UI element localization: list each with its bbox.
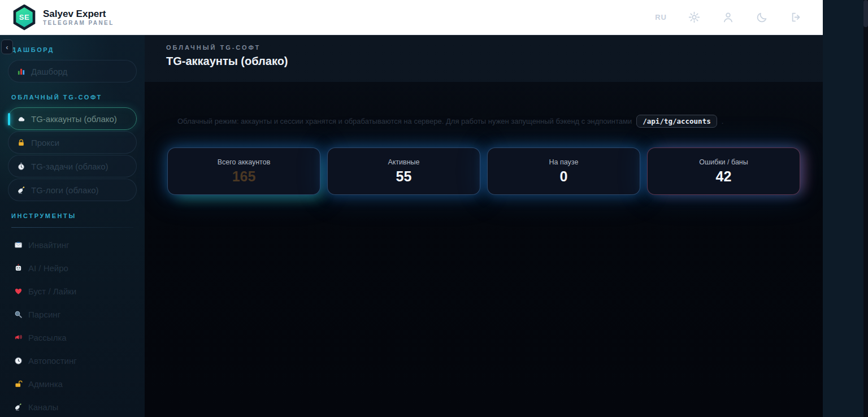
sidebar-item-label: Дашборд [31, 67, 67, 76]
brand-subtitle: TELEGRAM PANEL [43, 20, 114, 26]
sidebar-item[interactable]: AI / Нейро [0, 257, 145, 280]
megaphone-icon [14, 333, 23, 342]
sidebar-item-label: Буст / Лайки [28, 286, 76, 296]
sidebar-item[interactable]: Рассылка [0, 326, 145, 349]
sidebar-item-label: TG-задачи (облако) [31, 162, 108, 171]
antenna-icon [14, 403, 23, 412]
brand-title: Salyev Expert [43, 8, 114, 20]
main-content: ОБЛАЧНЫЙ TG-СОФТ TG-аккаунты (облако) Об… [145, 35, 823, 417]
sidebar-item[interactable]: Парсинг [0, 303, 145, 326]
sidebar-item[interactable]: Инвайтинг [0, 233, 145, 257]
stats-row: Всего аккаунтов165Активные55На паузе0Оши… [145, 128, 823, 195]
stat-label: Всего аккаунтов [218, 158, 271, 166]
sidebar-item-label: Парсинг [28, 310, 60, 319]
magnifier-icon [14, 310, 23, 319]
description-suffix: . [722, 117, 724, 125]
endpoint-badge: /api/tg/accounts [636, 115, 717, 128]
stat-card: Всего аккаунтов165 [167, 147, 320, 195]
brand-logo-text: SE [19, 13, 29, 21]
stat-card: Ошибки / баны42 [647, 147, 800, 195]
scrollbar-track [863, 0, 868, 417]
sidebar-item-label: Прокси [31, 138, 59, 147]
gear-icon[interactable] [687, 11, 701, 24]
header-actions: RU [655, 11, 802, 24]
sidebar-item[interactable]: TG-логи (облако) [8, 179, 137, 201]
page-head: ОБЛАЧНЫЙ TG-СОФТ TG-аккаунты (облако) [145, 35, 823, 82]
heart-icon [14, 287, 23, 296]
breadcrumb: ОБЛАЧНЫЙ TG-СОФТ [166, 44, 823, 51]
stat-card: На паузе0 [487, 147, 640, 195]
sidebar-collapse-button[interactable]: ‹ [1, 40, 13, 54]
top-header: SE Salyev Expert TELEGRAM PANEL RU [0, 0, 823, 35]
satellite-icon [16, 185, 25, 194]
stat-value: 42 [716, 168, 732, 185]
brand: SE Salyev Expert TELEGRAM PANEL [12, 5, 114, 31]
sidebar-item[interactable]: Автопостинг [0, 349, 145, 372]
brand-logo: SE [12, 5, 36, 31]
sidebar-item[interactable]: Каналы [0, 396, 145, 417]
sidebar-divider [11, 227, 133, 228]
description-text: Облачный режим: аккаунты и сессии хранят… [177, 117, 632, 125]
sidebar-item[interactable]: TG-аккаунты (облако) [8, 107, 137, 130]
sidebar-item[interactable]: Админка [0, 372, 145, 396]
moon-icon[interactable] [755, 11, 769, 24]
stopwatch-icon [16, 162, 25, 171]
sidebar-item-label: Автопостинг [28, 356, 77, 366]
envelope-icon [14, 241, 23, 250]
sidebar-section-label: ОБЛАЧНЫЙ TG-СОФТ [11, 94, 133, 101]
stat-label: Ошибки / баны [699, 158, 748, 166]
sidebar-item-label: TG-аккаунты (облако) [31, 114, 117, 124]
content-panel: Облачный режим: аккаунты и сессии хранят… [145, 82, 823, 417]
description-row: Облачный режим: аккаунты и сессии хранят… [145, 82, 823, 128]
sidebar-item-label: Инвайтинг [28, 240, 70, 250]
robot-icon [14, 264, 23, 273]
sidebar-item-label: TG-логи (облако) [31, 185, 99, 195]
stat-value: 0 [560, 168, 568, 185]
lock-open-icon [14, 380, 23, 389]
stat-label: На паузе [549, 158, 579, 166]
sidebar-item-label: Рассылка [28, 333, 67, 342]
page-title: TG-аккаунты (облако) [166, 55, 823, 68]
user-icon[interactable] [721, 11, 735, 24]
sidebar-nav: ДАШБОРДДашбордОБЛАЧНЫЙ TG-СОФТTG-аккаунт… [0, 46, 145, 417]
stat-value: 165 [232, 168, 256, 185]
logout-icon[interactable] [789, 11, 802, 24]
stat-label: Активные [388, 158, 419, 166]
clock-icon [14, 357, 23, 366]
stat-card: Активные55 [327, 147, 480, 195]
lock-icon [16, 138, 25, 147]
sidebar-item-label: Каналы [28, 402, 58, 412]
scrollbar-thumb[interactable] [863, 0, 868, 27]
bar-chart-icon [16, 67, 25, 76]
sidebar-item[interactable]: Буст / Лайки [0, 280, 145, 303]
page: SE Salyev Expert TELEGRAM PANEL RU [0, 0, 868, 417]
page-right-margin [823, 0, 863, 417]
cloud-icon [16, 114, 25, 123]
language-switcher[interactable]: RU [655, 13, 667, 21]
sidebar-item[interactable]: TG-задачи (облако) [8, 155, 137, 177]
sidebar-item-label: Админка [28, 379, 63, 389]
sidebar-section-label: ДАШБОРД [11, 46, 133, 53]
app-window: SE Salyev Expert TELEGRAM PANEL RU [0, 0, 823, 417]
sidebar-item[interactable]: Прокси [8, 131, 137, 154]
sidebar-item[interactable]: Дашборд [8, 60, 137, 82]
sidebar: ‹ ДАШБОРДДашбордОБЛАЧНЫЙ TG-СОФТTG-аккау… [0, 35, 145, 417]
sidebar-section-label: ИНСТРУМЕНТЫ [11, 212, 133, 219]
sidebar-item-label: AI / Нейро [28, 263, 68, 273]
stat-value: 55 [396, 168, 412, 185]
